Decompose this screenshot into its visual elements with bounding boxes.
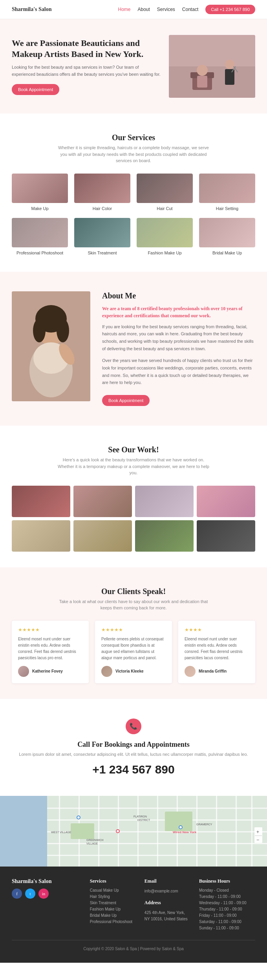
footer-hours-heading: Business Hours: [199, 878, 255, 884]
footer-hours-item: Friday - 11:00 - 09:00: [199, 913, 255, 918]
hero-image: [169, 35, 255, 98]
service-item: Skin Treatment: [74, 218, 130, 256]
gallery-subtitle: Here's a quick look at the beauty transf…: [55, 457, 212, 476]
gallery-section: See Our Work! Here's a quick look at the…: [0, 426, 267, 567]
nav-logo: Sharmila's Salon: [12, 6, 52, 13]
author-name: Katherine Fovey: [32, 669, 63, 673]
contact-phone[interactable]: +1 234 567 890: [12, 763, 255, 776]
testimonial-card: ★★★★★ Pellente ornees plebis ut consequa…: [95, 621, 172, 683]
service-label-hairsetting: Hair Setting: [216, 206, 238, 211]
gallery-title: See Our Work!: [12, 445, 255, 454]
facebook-icon[interactable]: f: [12, 889, 22, 899]
svg-point-14: [57, 319, 69, 342]
footer-services-heading: Services: [90, 878, 137, 884]
hero-text: We are Passionate Beauticians and Makeup…: [12, 38, 161, 95]
svg-rect-32: [157, 796, 158, 867]
gallery-grid: [12, 486, 255, 552]
services-title: Our Services: [12, 133, 255, 142]
footer-hours-item: Saturday - 11:00 - 09:00: [199, 920, 255, 924]
map-section: WEST VILLAGE GREENWICH VILLAGE FLATIRON …: [0, 796, 267, 867]
testimonial-card: ★★★★ Eleend mosel nunt under suer enisti…: [178, 621, 255, 683]
footer-social: f t in: [12, 889, 82, 899]
services-subtitle: Whether it is simple threading, haircuts…: [55, 144, 212, 164]
svg-rect-29: [98, 796, 99, 867]
gallery-item: [197, 486, 255, 517]
svg-rect-34: [196, 796, 198, 867]
author-avatar: [185, 666, 196, 677]
service-label-haircolor: Hair Color: [93, 206, 112, 211]
footer-hours-item: Monday - Closed: [199, 888, 255, 892]
footer-col-brand: Sharmila's Salon f t in: [12, 878, 82, 932]
service-item: Fashion Make Up: [137, 218, 193, 256]
svg-text:GRAMERCY: GRAMERCY: [196, 823, 212, 826]
svg-rect-36: [236, 796, 237, 867]
twitter-icon[interactable]: t: [25, 889, 35, 899]
svg-rect-7: [225, 69, 234, 85]
footer-logo: Sharmila's Salon: [12, 878, 82, 885]
service-image-skintreatment: [74, 218, 130, 247]
hero-cta-button[interactable]: Book Appointment: [12, 84, 59, 95]
footer-service-item: Bridal Make Up: [90, 913, 137, 918]
gallery-item: [73, 520, 132, 552]
author-avatar: [18, 666, 29, 677]
gallery-item: [12, 520, 70, 552]
hero-subtext: Looking for the best beauty and spa serv…: [12, 64, 161, 78]
svg-text:Wired New York: Wired New York: [173, 830, 197, 834]
svg-rect-39: [165, 812, 192, 831]
svg-point-4: [197, 65, 208, 76]
nav-link-contact[interactable]: Contact: [182, 7, 198, 12]
svg-rect-37: [251, 796, 252, 867]
services-section: Our Services Whether it is simple thread…: [0, 113, 267, 272]
service-image-photoshoot: [12, 218, 68, 247]
footer-col-contact: Email info@example.com Address 425 4th A…: [144, 878, 191, 932]
service-item: Professional Photoshoot: [12, 218, 68, 256]
nav-links: Home About Services Contact Call +1 234 …: [118, 5, 255, 14]
service-image-hairsetting: [199, 174, 255, 203]
testimonials-grid: ★★★★★ Eleend mosel nunt under suer enist…: [12, 621, 255, 683]
svg-point-50: [179, 826, 182, 828]
service-item: Make Up: [12, 174, 68, 212]
nav-link-about[interactable]: About: [137, 7, 150, 12]
nav-link-home[interactable]: Home: [118, 7, 130, 12]
service-item: Hair Cut: [137, 174, 193, 212]
map-inner: WEST VILLAGE GREENWICH VILLAGE FLATIRON …: [0, 796, 267, 867]
service-image-haircolor: [74, 174, 130, 203]
footer-service-item: Professional Photoshoot: [90, 920, 137, 924]
footer-email: info@example.com: [144, 888, 191, 894]
navbar: Sharmila's Salon Home About Services Con…: [0, 0, 267, 19]
instagram-icon[interactable]: in: [38, 889, 49, 899]
about-section: About Me We are a team of 8 certified be…: [0, 272, 267, 426]
service-image-haircut: [137, 174, 193, 203]
svg-text:VILLAGE: VILLAGE: [86, 842, 98, 845]
svg-rect-31: [137, 796, 139, 867]
svg-rect-35: [216, 796, 217, 867]
footer-address-heading: Address: [144, 900, 191, 906]
svg-rect-20: [0, 796, 47, 867]
svg-point-13: [33, 319, 46, 342]
service-label-fashionmakeup: Fashion Make Up: [148, 250, 181, 255]
testimonial-text: Eleend mosel nunt under suer enistin ene…: [185, 636, 249, 661]
author-avatar: [101, 666, 112, 677]
footer-service-item: Skin Treatment: [90, 901, 137, 905]
gallery-item: [135, 520, 194, 552]
footer-col-hours: Business Hours Monday - Closed Tuesday -…: [199, 878, 255, 932]
footer-copyright: Copyright © 2020 Salon & Spa | Powered b…: [12, 940, 255, 951]
testimonial-author: Katherine Fovey: [18, 666, 82, 677]
footer-service-item: Fashion Make Up: [90, 907, 137, 911]
about-cta-button[interactable]: Book Appointment: [102, 395, 150, 406]
svg-point-52: [77, 816, 80, 819]
hero-section: We are Passionate Beauticians and Makeup…: [0, 19, 267, 113]
footer-address: 425 4th Ave, New York, NY 10016, United …: [144, 910, 191, 922]
testimonial-stars: ★★★★: [185, 627, 249, 633]
contact-section: 📞 Call For Bookings and Appointments Lor…: [0, 699, 267, 796]
footer-service-item: Hair Styling: [90, 894, 137, 899]
about-heading: About Me: [102, 291, 255, 300]
nav-link-services[interactable]: Services: [157, 7, 175, 12]
footer-hours-list: Monday - Closed Tuesday - 11:00 - 09:00 …: [199, 888, 255, 930]
nav-cta-button[interactable]: Call +1 234 567 890: [205, 5, 255, 14]
testimonials-title: Our Clients Speak!: [12, 587, 255, 596]
testimonial-card: ★★★★★ Eleend mosel nunt under suer enist…: [12, 621, 89, 683]
testimonials-subtitle: Take a look at what our clients have to …: [55, 598, 212, 611]
service-label-makeup: Make Up: [31, 206, 48, 211]
about-image: [12, 291, 90, 401]
